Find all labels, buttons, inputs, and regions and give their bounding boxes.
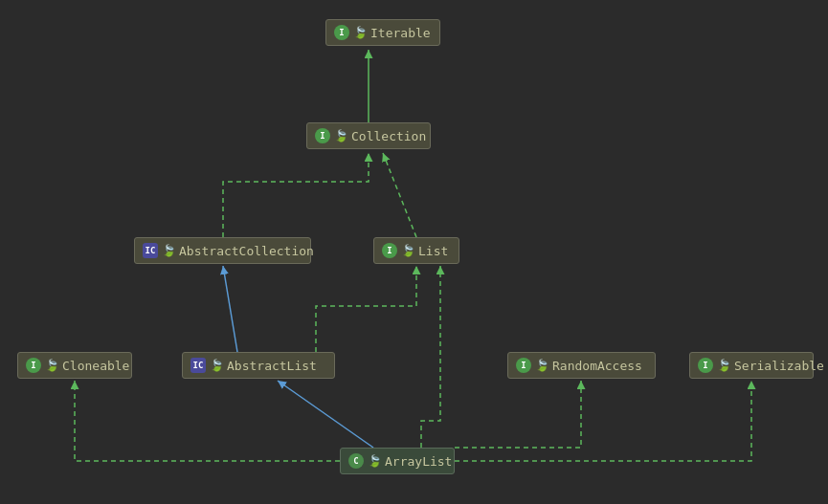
node-cloneable[interactable]: I 🍃 Cloneable [17,352,132,379]
node-label-cloneable: Cloneable [62,359,129,373]
interface-icon-randomaccess: I [516,358,531,373]
svg-line-1 [383,153,416,237]
leaf-icon-randomaccess: 🍃 [535,359,548,372]
node-label-randomaccess: RandomAccess [552,359,642,373]
svg-line-3 [278,381,373,448]
leaf-icon-abstractcollection: 🍃 [162,244,175,257]
leaf-icon-cloneable: 🍃 [45,359,58,372]
interface-icon-list: I [382,243,397,258]
node-abstractcollection[interactable]: IC 🍃 AbstractCollection [134,237,311,264]
leaf-icon-abstractlist: 🍃 [210,359,223,372]
node-label-serializable: Serializable [734,359,824,373]
abstract-icon-abstractlist: IC [190,358,206,373]
node-iterable[interactable]: I 🍃 Iterable [325,19,440,46]
leaf-icon-serializable: 🍃 [717,359,730,372]
abstract-icon-abstractcollection: IC [143,243,158,258]
interface-icon-collection: I [315,128,330,143]
node-label-list: List [418,244,448,258]
class-icon-arraylist: C [348,453,364,469]
node-label-abstractcollection: AbstractCollection [179,244,314,258]
interface-icon-cloneable: I [26,358,41,373]
node-label-collection: Collection [351,129,426,143]
leaf-icon-arraylist: 🍃 [368,454,381,468]
leaf-icon-iterable: 🍃 [353,26,367,39]
interface-icon-serializable: I [698,358,713,373]
diagram-canvas: I 🍃 Iterable I 🍃 Collection IC 🍃 Abstrac… [0,0,828,504]
interface-icon-iterable: I [334,25,349,40]
node-label-abstractlist: AbstractList [227,359,317,373]
node-label-iterable: Iterable [370,26,431,40]
leaf-icon-list: 🍃 [401,244,414,257]
node-label-arraylist: ArrayList [385,454,452,469]
node-list[interactable]: I 🍃 List [373,237,459,264]
leaf-icon-collection: 🍃 [334,129,347,142]
svg-line-2 [223,266,237,352]
node-serializable[interactable]: I 🍃 Serializable [689,352,814,379]
node-randomaccess[interactable]: I 🍃 RandomAccess [507,352,656,379]
node-collection[interactable]: I 🍃 Collection [306,122,431,149]
node-abstractlist[interactable]: IC 🍃 AbstractList [182,352,335,379]
node-arraylist[interactable]: C 🍃 ArrayList [340,448,455,474]
